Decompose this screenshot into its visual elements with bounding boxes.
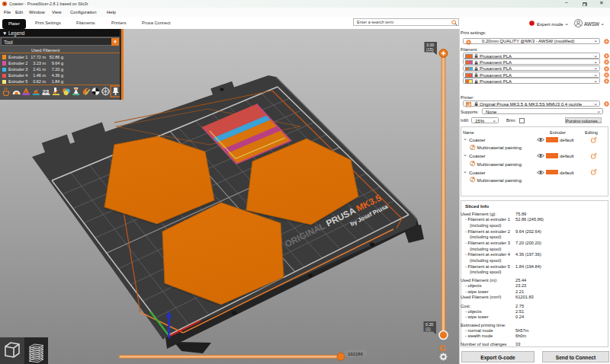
svg-text:0.20: 0.20 — [425, 322, 433, 327]
svg-text:(15): (15) — [426, 47, 434, 52]
svg-text:23: 23 — [42, 88, 49, 95]
svg-text:192186: 192186 — [348, 352, 364, 356]
svg-text:(1): (1) — [425, 327, 431, 331]
svg-text:3.00: 3.00 — [426, 43, 434, 47]
svg-text:G: G — [439, 343, 446, 353]
